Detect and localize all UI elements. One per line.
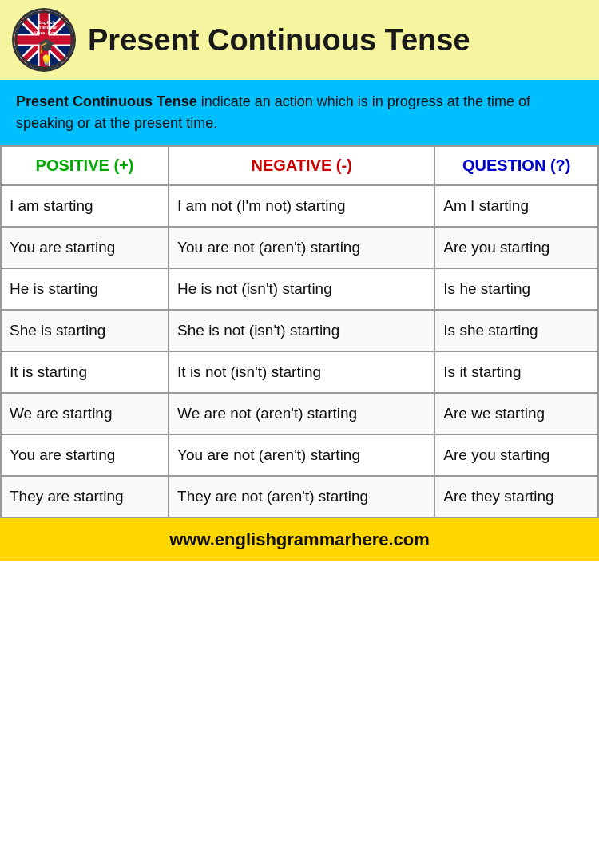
cell-positive: We are starting — [1, 393, 169, 434]
cell-negative: We are not (aren't) starting — [169, 393, 434, 434]
table-row: It is startingIt is not (isn't) starting… — [1, 351, 598, 393]
cell-question: Are you starting — [434, 227, 598, 268]
cell-positive: I am starting — [1, 185, 169, 227]
logo-mortar-icon: 🎓 — [38, 37, 55, 54]
cell-negative: He is not (isn't) starting — [169, 268, 434, 310]
cell-negative: They are not (aren't) starting — [169, 476, 434, 517]
table-row: He is startingHe is not (isn't) starting… — [1, 268, 598, 310]
table-row: They are startingThey are not (aren't) s… — [1, 476, 598, 517]
page-title: Present Continuous Tense — [88, 23, 470, 57]
cell-question: Is it starting — [434, 351, 598, 393]
logo-text: EnglishGrammarHere .Com — [34, 20, 58, 36]
description-bar: Present Continuous Tense indicate an act… — [0, 80, 599, 145]
cell-positive: It is starting — [1, 351, 169, 393]
cell-positive: They are starting — [1, 476, 169, 517]
cell-question: Are you starting — [434, 434, 598, 476]
cell-positive: You are starting — [1, 227, 169, 268]
cell-positive: She is starting — [1, 310, 169, 351]
table-row: I am startingI am not (I'm not) starting… — [1, 185, 598, 227]
cell-negative: She is not (isn't) starting — [169, 310, 434, 351]
grammar-table: POSITIVE (+) NEGATIVE (-) QUESTION (?) I… — [0, 145, 599, 518]
table-row: You are startingYou are not (aren't) sta… — [1, 227, 598, 268]
cell-positive: He is starting — [1, 268, 169, 310]
logo: EnglishGrammarHere .Com 🎓 💡 — [12, 8, 76, 72]
cell-question: Are we starting — [434, 393, 598, 434]
logo-bulb-icon: 💡 — [40, 54, 53, 66]
cell-negative: You are not (aren't) starting — [169, 434, 434, 476]
description-bold: Present Continuous Tense — [16, 93, 197, 109]
table-row: You are startingYou are not (aren't) sta… — [1, 434, 598, 476]
cell-question: Is she starting — [434, 310, 598, 351]
header: EnglishGrammarHere .Com 🎓 💡 Present Cont… — [0, 0, 599, 80]
cell-positive: You are starting — [1, 434, 169, 476]
header-positive: POSITIVE (+) — [1, 146, 169, 185]
footer: www.englishgrammarhere.com — [0, 518, 599, 561]
cell-question: Are they starting — [434, 476, 598, 517]
cell-negative: It is not (isn't) starting — [169, 351, 434, 393]
table-row: We are startingWe are not (aren't) start… — [1, 393, 598, 434]
cell-negative: You are not (aren't) starting — [169, 227, 434, 268]
cell-question: Am I starting — [434, 185, 598, 227]
footer-url: www.englishgrammarhere.com — [169, 529, 430, 549]
cell-negative: I am not (I'm not) starting — [169, 185, 434, 227]
header-negative: NEGATIVE (-) — [169, 146, 434, 185]
table-row: She is startingShe is not (isn't) starti… — [1, 310, 598, 351]
cell-question: Is he starting — [434, 268, 598, 310]
header-question: QUESTION (?) — [434, 146, 598, 185]
